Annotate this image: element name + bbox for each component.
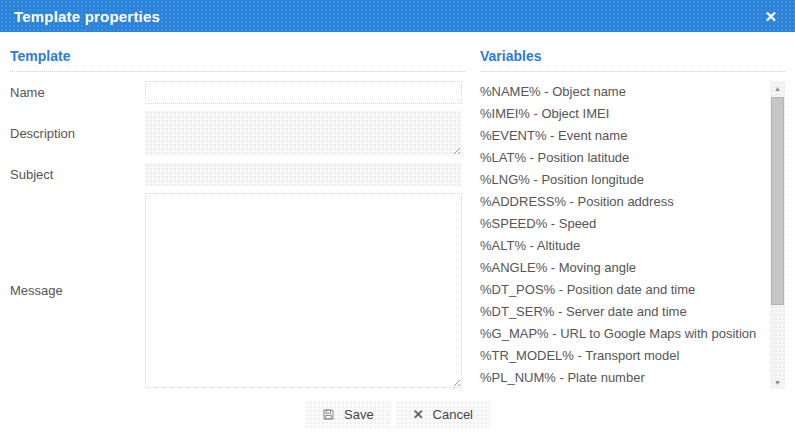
variable-item: %DT_SER% - Server date and time — [480, 301, 763, 323]
scrollbar-thumb[interactable] — [771, 97, 784, 305]
close-icon[interactable]: ✕ — [760, 7, 781, 26]
variable-item: %EVENT% - Event name — [480, 125, 763, 147]
variable-item: %IMEI% - Object IMEI — [480, 103, 763, 125]
message-row: Message — [10, 193, 465, 388]
dialog-body: Template Name Description Subject — [0, 32, 795, 389]
subject-label: Subject — [10, 167, 145, 182]
cancel-icon: ✕ — [413, 408, 424, 421]
name-row: Name — [10, 81, 465, 104]
template-section: Template Name Description Subject — [10, 48, 465, 389]
variable-item: %ALT% - Altitude — [480, 235, 763, 257]
variable-item: %SPEED% - Speed — [480, 213, 763, 235]
variables-list: %NAME% - Object name%IMEI% - Object IMEI… — [480, 81, 763, 389]
variable-item: %ANGLE% - Moving angle — [480, 257, 763, 279]
variable-item: %DT_POS% - Position date and time — [480, 279, 763, 301]
variables-section: Variables %NAME% - Object name%IMEI% - O… — [480, 48, 785, 389]
description-label: Description — [10, 126, 145, 141]
subject-row: Subject — [10, 163, 465, 186]
variables-panel: %NAME% - Object name%IMEI% - Object IMEI… — [480, 81, 785, 389]
variable-item: %LNG% - Position longitude — [480, 169, 763, 191]
dialog-header: Template properties ✕ — [0, 0, 795, 32]
variable-item: %TR_MODEL% - Transport model — [480, 345, 763, 367]
save-label: Save — [344, 407, 374, 422]
message-textarea[interactable] — [145, 193, 462, 388]
variable-item: %PL_NUM% - Plate number — [480, 367, 763, 389]
scroll-down-icon[interactable]: ▼ — [770, 375, 785, 389]
cancel-label: Cancel — [433, 407, 473, 422]
variables-scrollbar[interactable]: ▲ ▼ — [770, 81, 785, 389]
dialog-footer: Save ✕ Cancel — [0, 401, 795, 428]
name-input[interactable] — [145, 81, 462, 104]
description-row: Description — [10, 111, 465, 156]
variable-item: %ADDRESS% - Position address — [480, 191, 763, 213]
variables-section-title: Variables — [480, 48, 785, 72]
dialog-title: Template properties — [14, 8, 160, 25]
save-icon — [322, 408, 335, 421]
scroll-up-icon[interactable]: ▲ — [770, 81, 785, 95]
name-label: Name — [10, 85, 145, 100]
template-section-title: Template — [10, 48, 465, 72]
scrollbar-track[interactable] — [770, 95, 785, 375]
description-textarea[interactable] — [145, 111, 462, 156]
variable-item: %LAT% - Position latitude — [480, 147, 763, 169]
message-label: Message — [10, 283, 145, 298]
template-properties-dialog: Template properties ✕ Template Name Desc… — [0, 0, 795, 436]
variable-item: %G_MAP% - URL to Google Maps with positi… — [480, 323, 763, 345]
subject-input[interactable] — [145, 163, 462, 186]
cancel-button[interactable]: ✕ Cancel — [396, 401, 490, 428]
variable-item: %NAME% - Object name — [480, 81, 763, 103]
save-button[interactable]: Save — [305, 401, 391, 428]
